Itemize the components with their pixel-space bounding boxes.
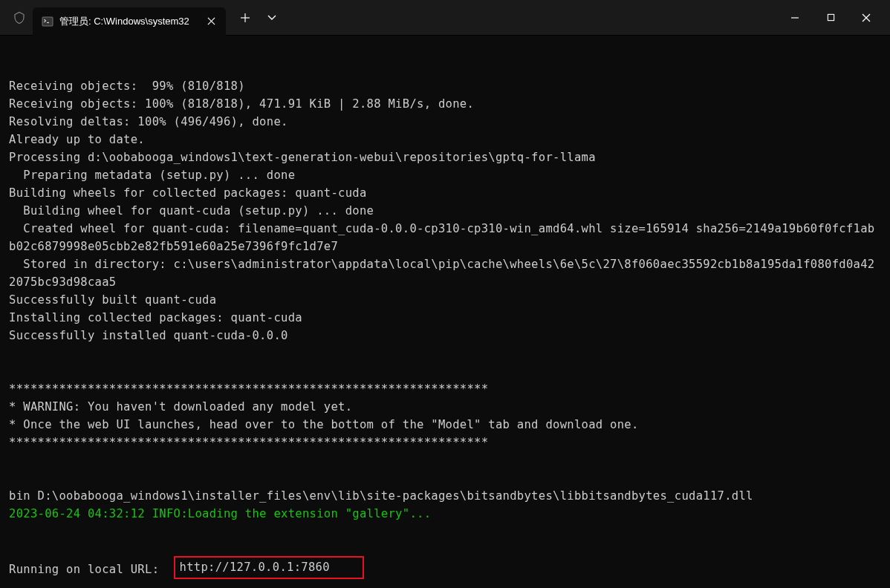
new-tab-button[interactable] — [232, 4, 259, 31]
terminal-line: Installing collected packages: quant-cud… — [9, 309, 881, 327]
tab-title: 管理员: C:\Windows\system32 — [59, 15, 198, 28]
maximize-button[interactable] — [813, 3, 848, 33]
terminal-line — [9, 362, 881, 380]
terminal-line: Resolving deltas: 100% (496/496), done. — [9, 113, 881, 131]
terminal-line: Processing d:\oobabooga_windows1\text-ge… — [9, 148, 881, 166]
terminal-line: Receiving objects: 99% (810/818) — [9, 77, 881, 95]
terminal-line: Stored in directory: c:\users\administra… — [9, 255, 881, 291]
terminal-line — [9, 469, 881, 487]
svg-rect-7 — [828, 14, 834, 20]
terminal-line: Preparing metadata (setup.py) ... done — [9, 166, 881, 184]
url-prefix: Running on local URL: — [9, 563, 174, 576]
url-highlight-box: http://127.0.0.1:7860 — [174, 556, 365, 578]
terminal-line: bin D:\oobabooga_windows1\installer_file… — [9, 487, 881, 505]
terminal-line: Successfully built quant-cuda — [9, 291, 881, 309]
terminal-line: Successfully installed quant-cuda-0.0.0 — [9, 327, 881, 344]
tab-close-button[interactable] — [204, 14, 218, 29]
terminal-line: * WARNING: You haven't downloaded any mo… — [9, 398, 881, 416]
svg-rect-0 — [42, 17, 53, 26]
tab-dropdown-button[interactable] — [259, 4, 285, 31]
url-line: Running on local URL: http://127.0.0.1:7… — [9, 558, 881, 581]
terminal-line — [9, 451, 881, 469]
minimize-button[interactable] — [777, 3, 813, 33]
active-tab[interactable]: 管理员: C:\Windows\system32 — [33, 7, 226, 36]
terminal-line: * Once the web UI launches, head over to… — [9, 416, 881, 434]
terminal-line: Building wheels for collected packages: … — [9, 184, 881, 202]
close-window-button[interactable] — [848, 3, 884, 33]
terminal-line: Receiving objects: 100% (818/818), 471.9… — [9, 95, 881, 113]
terminal-line: Building wheel for quant-cuda (setup.py)… — [9, 202, 881, 220]
terminal-line: Already up to date. — [9, 131, 881, 148]
terminal-line: ****************************************… — [9, 380, 881, 398]
shield-icon — [12, 10, 27, 25]
window-controls — [777, 3, 884, 33]
terminal-lines: Receiving objects: 99% (810/818)Receivin… — [9, 77, 881, 523]
terminal-line — [9, 344, 881, 362]
terminal-line: 2023-06-24 04:32:12 INFO:Loading the ext… — [9, 505, 881, 523]
terminal-icon — [42, 16, 53, 27]
titlebar: 管理员: C:\Windows\system32 — [0, 0, 890, 36]
terminal-line: Created wheel for quant-cuda: filename=q… — [9, 220, 881, 255]
local-url: http://127.0.0.1:7860 — [180, 561, 330, 574]
terminal-output[interactable]: Receiving objects: 99% (810/818)Receivin… — [0, 36, 890, 588]
terminal-line: ****************************************… — [9, 434, 881, 451]
